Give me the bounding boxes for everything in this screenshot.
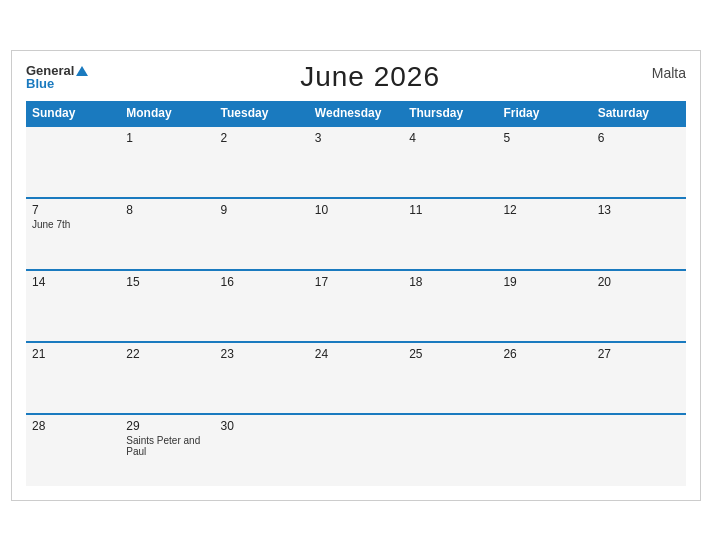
week-row-2: 7June 7th8910111213 (26, 198, 686, 270)
day-cell: 29Saints Peter and Paul (120, 414, 214, 486)
week-row-5: 2829Saints Peter and Paul30 (26, 414, 686, 486)
logo-general-text: General (26, 64, 88, 77)
day-number: 6 (598, 131, 680, 145)
day-cell: 4 (403, 126, 497, 198)
day-cell: 21 (26, 342, 120, 414)
event-text: June 7th (32, 219, 114, 230)
day-cell (403, 414, 497, 486)
weekday-header-friday: Friday (497, 101, 591, 126)
day-number: 20 (598, 275, 680, 289)
day-number: 7 (32, 203, 114, 217)
day-number: 2 (221, 131, 303, 145)
day-cell (497, 414, 591, 486)
day-number: 15 (126, 275, 208, 289)
day-number: 21 (32, 347, 114, 361)
calendar-title: June 2026 (300, 61, 440, 93)
day-number: 3 (315, 131, 397, 145)
day-number: 18 (409, 275, 491, 289)
day-number: 22 (126, 347, 208, 361)
day-number: 23 (221, 347, 303, 361)
day-number: 4 (409, 131, 491, 145)
day-cell: 15 (120, 270, 214, 342)
weekday-header-thursday: Thursday (403, 101, 497, 126)
logo-blue-text: Blue (26, 77, 88, 90)
day-cell: 11 (403, 198, 497, 270)
day-cell: 13 (592, 198, 686, 270)
logo: General Blue (26, 64, 88, 90)
calendar-header: General Blue June 2026 Malta (26, 61, 686, 93)
day-number: 25 (409, 347, 491, 361)
day-cell: 17 (309, 270, 403, 342)
day-cell (592, 414, 686, 486)
day-cell: 28 (26, 414, 120, 486)
day-number: 10 (315, 203, 397, 217)
day-number: 24 (315, 347, 397, 361)
week-row-3: 14151617181920 (26, 270, 686, 342)
calendar-container: General Blue June 2026 Malta SundayMonda… (11, 50, 701, 501)
day-cell: 24 (309, 342, 403, 414)
day-number: 27 (598, 347, 680, 361)
day-cell: 19 (497, 270, 591, 342)
day-cell: 27 (592, 342, 686, 414)
day-number: 13 (598, 203, 680, 217)
day-cell (26, 126, 120, 198)
logo-triangle-icon (76, 66, 88, 76)
weekday-header-tuesday: Tuesday (215, 101, 309, 126)
day-cell: 5 (497, 126, 591, 198)
event-text: Saints Peter and Paul (126, 435, 208, 457)
day-number: 28 (32, 419, 114, 433)
day-cell: 23 (215, 342, 309, 414)
day-cell: 2 (215, 126, 309, 198)
day-cell: 1 (120, 126, 214, 198)
calendar-table: SundayMondayTuesdayWednesdayThursdayFrid… (26, 101, 686, 486)
weekday-header-row: SundayMondayTuesdayWednesdayThursdayFrid… (26, 101, 686, 126)
day-number: 1 (126, 131, 208, 145)
week-row-4: 21222324252627 (26, 342, 686, 414)
weekday-header-sunday: Sunday (26, 101, 120, 126)
day-number: 9 (221, 203, 303, 217)
day-number: 19 (503, 275, 585, 289)
day-cell (309, 414, 403, 486)
weekday-header-saturday: Saturday (592, 101, 686, 126)
day-cell: 7June 7th (26, 198, 120, 270)
day-number: 16 (221, 275, 303, 289)
day-number: 14 (32, 275, 114, 289)
day-number: 5 (503, 131, 585, 145)
day-cell: 22 (120, 342, 214, 414)
day-number: 8 (126, 203, 208, 217)
day-cell: 18 (403, 270, 497, 342)
day-cell: 26 (497, 342, 591, 414)
day-cell: 6 (592, 126, 686, 198)
day-number: 26 (503, 347, 585, 361)
week-row-1: 123456 (26, 126, 686, 198)
day-cell: 20 (592, 270, 686, 342)
day-cell: 10 (309, 198, 403, 270)
day-cell: 12 (497, 198, 591, 270)
day-number: 29 (126, 419, 208, 433)
day-number: 30 (221, 419, 303, 433)
day-cell: 30 (215, 414, 309, 486)
weekday-header-monday: Monday (120, 101, 214, 126)
day-number: 11 (409, 203, 491, 217)
day-number: 17 (315, 275, 397, 289)
day-cell: 9 (215, 198, 309, 270)
day-number: 12 (503, 203, 585, 217)
country-label: Malta (652, 65, 686, 81)
weekday-header-wednesday: Wednesday (309, 101, 403, 126)
day-cell: 3 (309, 126, 403, 198)
day-cell: 25 (403, 342, 497, 414)
day-cell: 14 (26, 270, 120, 342)
day-cell: 8 (120, 198, 214, 270)
day-cell: 16 (215, 270, 309, 342)
